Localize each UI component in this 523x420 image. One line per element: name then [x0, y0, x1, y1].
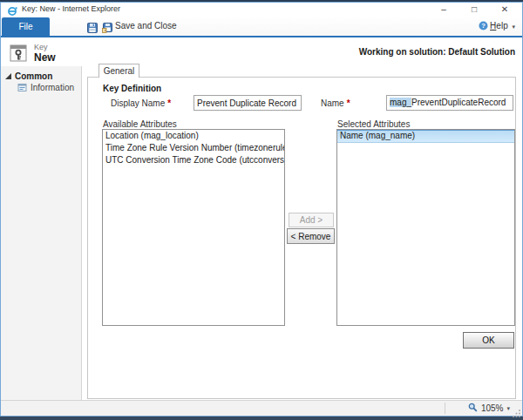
list-item[interactable]: UTC Conversion Time Zone Code (utcconver…	[103, 154, 284, 166]
zoom-level-value: 105%	[481, 403, 504, 413]
zoom-control[interactable]: 105% ▾	[468, 403, 510, 414]
help-icon: ?	[479, 21, 488, 30]
display-name-label: Display Name*	[111, 98, 171, 108]
save-and-close-button[interactable]: Save and Close	[115, 21, 177, 30]
zoom-dropdown-caret-icon: ▾	[506, 405, 510, 412]
name-input[interactable]: mag_PreventDuplicateRecord	[386, 95, 513, 111]
ribbon-toolbar: File Save and Close	[1, 17, 522, 37]
information-form-icon	[17, 83, 27, 92]
status-bar: 105% ▾	[1, 400, 522, 416]
close-button[interactable]: ✕	[492, 3, 517, 17]
add-button[interactable]: Add >	[289, 213, 334, 227]
selected-attributes-listbox[interactable]: Name (mag_name)	[336, 129, 515, 326]
navigation-sidebar: Common Information	[1, 66, 82, 400]
minimize-button[interactable]: –	[431, 3, 456, 17]
sidebar-item-information[interactable]: Information	[17, 83, 74, 92]
file-menu-button[interactable]: File	[2, 17, 50, 36]
section-title-key-definition: Key Definition	[103, 84, 161, 93]
display-name-input[interactable]	[194, 95, 302, 111]
required-marker: *	[167, 98, 171, 108]
sidebar-item-label: Information	[31, 83, 74, 92]
svg-text:?: ?	[481, 22, 486, 30]
maximize-button[interactable]: □	[462, 3, 486, 17]
tab-general[interactable]: General	[98, 64, 139, 78]
available-attributes-listbox[interactable]: Location (mag_location) Time Zone Rule V…	[102, 129, 285, 326]
available-attributes-label: Available Attributes	[103, 119, 177, 129]
help-label: elp	[496, 21, 507, 30]
ok-button[interactable]: OK	[463, 332, 514, 349]
working-on-solution-label: Working on solution: Default Solution	[359, 47, 515, 57]
remove-button[interactable]: < Remove	[287, 228, 335, 244]
selected-attributes-label: Selected Attributes	[337, 119, 410, 129]
window-title: Key: New - Internet Explorer	[22, 4, 120, 13]
expand-triangle-icon	[5, 73, 11, 79]
page-title: New	[34, 51, 56, 64]
internet-explorer-icon	[7, 4, 17, 15]
status-separator	[445, 403, 445, 414]
key-entity-icon	[10, 44, 27, 62]
name-label: Name*	[321, 98, 350, 108]
list-item[interactable]: Time Zone Rule Version Number (timezoner…	[103, 142, 284, 154]
list-item[interactable]: Location (mag_location)	[103, 130, 284, 142]
list-item-selected[interactable]: Name (mag_name)	[337, 130, 514, 143]
record-header: Key New Working on solution: Default Sol…	[1, 39, 522, 66]
required-marker: *	[347, 98, 350, 108]
name-value-rest: PreventDuplicateRecord	[411, 98, 506, 107]
resize-grip[interactable]	[512, 405, 521, 415]
ie-window: Key: New - Internet Explorer – □ ✕ File	[0, 2, 523, 417]
save-icon[interactable]	[87, 21, 98, 31]
save-and-close-icon[interactable]	[102, 21, 112, 31]
sidebar-section-common[interactable]: Common	[5, 71, 52, 81]
entity-type-label: Key	[34, 43, 48, 51]
help-dropdown-caret-icon: ▾	[512, 24, 515, 30]
title-bar: Key: New - Internet Explorer – □ ✕	[1, 3, 522, 17]
help-menu[interactable]: ? Help ▾	[479, 21, 515, 30]
magnifier-icon	[468, 403, 478, 414]
selected-text-prefix: mag_	[390, 98, 411, 107]
sidebar-section-label: Common	[15, 71, 52, 81]
